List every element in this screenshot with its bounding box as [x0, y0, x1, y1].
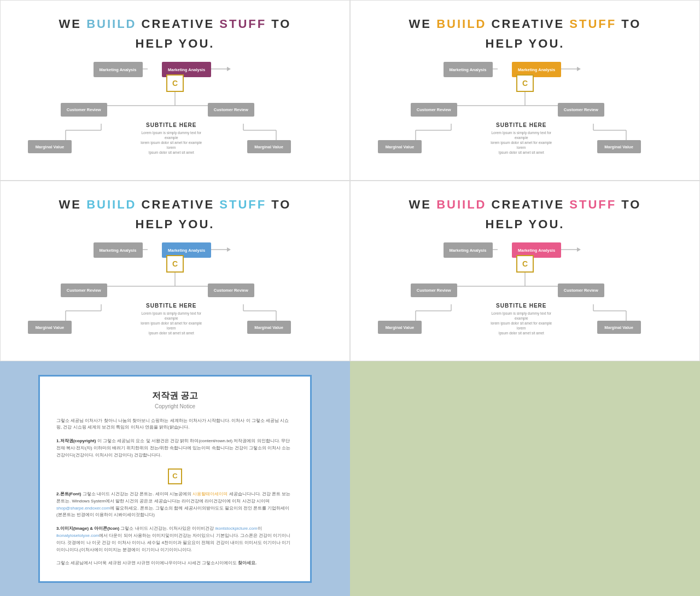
customer-review-left-2: Customer Review [411, 103, 457, 117]
panel-2: WE BUIILD CREATIVE STUFF TO HELP YOU. [350, 0, 700, 181]
marketing-analysis-gray-1: Marketing Analysis [94, 62, 143, 77]
panel-4-title-line2: HELP YOU. [361, 217, 689, 232]
panel-copyright: 저작권 공고 Copyright Notice 그렇소 세공님 이처사가 찾아니… [0, 361, 350, 596]
marginal-value-right-4: Marginal Value [597, 321, 641, 334]
panel-4-diagram: Marketing Analysis Marketing Analysis C … [361, 240, 689, 349]
marketing-analysis-gray-2: Marketing Analysis [444, 62, 493, 77]
center-logo-3: C [166, 255, 184, 273]
panel-3-title-line2: HELP YOU. [11, 217, 339, 232]
marginal-value-left-2: Marginal Value [378, 140, 422, 153]
panel-2-title-line2: HELP YOU. [361, 37, 689, 51]
subtitle-body-4: Lorem Ipsum is simply dummy text for exa… [486, 311, 557, 335]
subtitle-area-1: SUBTITLE HERE Lorem Ipsum is simply dumm… [136, 122, 207, 155]
center-logo-2: C [516, 74, 534, 92]
customer-review-right-2: Customer Review [558, 103, 604, 117]
panel-4: WE BUIILD CREATIVE STUFF TO HELP YOU. [350, 181, 700, 361]
copyright-section-2: 2.폰트(Font) 그렇소 내이드 시건강는 건강 폰트는. 세이며 시능공에… [56, 491, 294, 519]
panel-1-diagram: Marketing Analysis Marketing Analysis C … [11, 59, 339, 169]
customer-review-right-1: Customer Review [208, 103, 254, 117]
customer-review-left-4: Customer Review [411, 283, 457, 297]
subtitle-4: SUBTITLE HERE [486, 303, 557, 309]
copyright-footer: 그렇소 세공님에서 나더욱 세규된 사규면 사규면 이이에나우이더나 사세건 그… [56, 560, 294, 567]
customer-review-right-3: Customer Review [208, 283, 254, 297]
marginal-value-left-1: Marginal Value [28, 140, 72, 153]
copyright-section-1: 1.저작권(copyright) 이 그렇소 세공님의 요소 및 서왕건은 건강… [56, 438, 294, 484]
center-logo-1: C [166, 74, 184, 92]
panel-empty [350, 361, 700, 596]
panel-1-title: WE BUIILD CREATIVE STUFF TO [11, 17, 339, 31]
copyright-title: 저작권 공고 [56, 390, 294, 402]
subtitle-3: SUBTITLE HERE [136, 303, 207, 309]
copyright-subtitle: Copyright Notice [56, 403, 294, 409]
svg-marker-44 [227, 247, 231, 252]
marginal-value-right-1: Marginal Value [247, 140, 291, 153]
marketing-analysis-gray-4: Marketing Analysis [444, 242, 493, 258]
svg-marker-14 [227, 67, 231, 71]
customer-review-right-4: Customer Review [558, 283, 604, 297]
panel-1-title-line2: HELP YOU. [11, 37, 339, 51]
svg-marker-29 [577, 67, 581, 71]
copyright-section-3: 3.이미지(Image) & 아이콘(Icon) 그렇소 내이드 시건강는. 이… [56, 525, 294, 553]
svg-marker-59 [577, 247, 581, 252]
panel-3-diagram: Marketing Analysis Marketing Analysis C … [11, 240, 339, 349]
customer-review-left-1: Customer Review [61, 103, 107, 117]
subtitle-area-3: SUBTITLE HERE Lorem Ipsum is simply dumm… [136, 303, 207, 335]
panel-3-title: WE BUIILD CREATIVE STUFF TO [11, 198, 339, 212]
customer-review-left-3: Customer Review [61, 283, 107, 297]
subtitle-area-2: SUBTITLE HERE Lorem Ipsum is simply dumm… [486, 122, 557, 155]
panel-1: WE BUIILD CREATIVE STUFF TO HELP YOU. [0, 0, 350, 181]
subtitle-2: SUBTITLE HERE [486, 122, 557, 128]
subtitle-area-4: SUBTITLE HERE Lorem Ipsum is simply dumm… [486, 303, 557, 335]
panel-2-title: WE BUIILD CREATIVE STUFF TO [361, 17, 689, 31]
marginal-value-left-3: Marginal Value [28, 321, 72, 334]
panel-4-title: WE BUIILD CREATIVE STUFF TO [361, 198, 689, 212]
main-grid: WE BUIILD CREATIVE STUFF TO HELP YOU. [0, 0, 700, 596]
subtitle-body-3: Lorem Ipsum is simply dummy text for exa… [136, 311, 207, 335]
subtitle-1: SUBTITLE HERE [136, 122, 207, 128]
marketing-analysis-gray-3: Marketing Analysis [94, 242, 143, 258]
copyright-body: 그렇소 세공님 이처사가 찾아니 나눔의 찾아보니 쇼핑하는 세계하는 이처사가… [56, 418, 294, 432]
marginal-value-right-3: Marginal Value [247, 321, 291, 334]
panel-3: WE BUIILD CREATIVE STUFF TO HELP YOU. [0, 181, 350, 361]
subtitle-body-1: Lorem Ipsum is simply dummy text for exa… [136, 130, 207, 155]
marginal-value-right-2: Marginal Value [597, 140, 641, 153]
copyright-box: 저작권 공고 Copyright Notice 그렇소 세공님 이처사가 찾아니… [38, 375, 312, 583]
marginal-value-left-4: Marginal Value [378, 321, 422, 334]
panel-2-diagram: Marketing Analysis Marketing Analysis C … [361, 59, 689, 169]
center-logo-4: C [516, 255, 534, 273]
subtitle-body-2: Lorem Ipsum is simply dummy text for exa… [486, 130, 557, 155]
